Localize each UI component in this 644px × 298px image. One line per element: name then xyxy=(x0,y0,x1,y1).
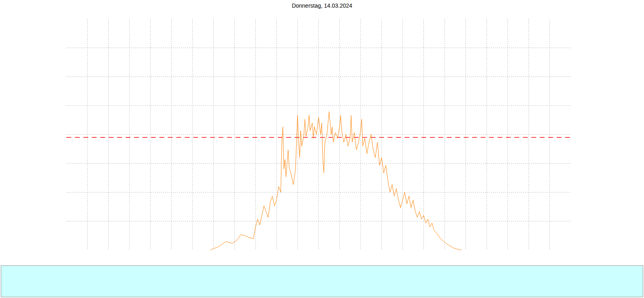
weather-chart-window: Donnerstag, 14.03.2024 xyxy=(0,0,644,298)
stats-table xyxy=(1,265,643,297)
chart-canvas xyxy=(0,0,644,262)
